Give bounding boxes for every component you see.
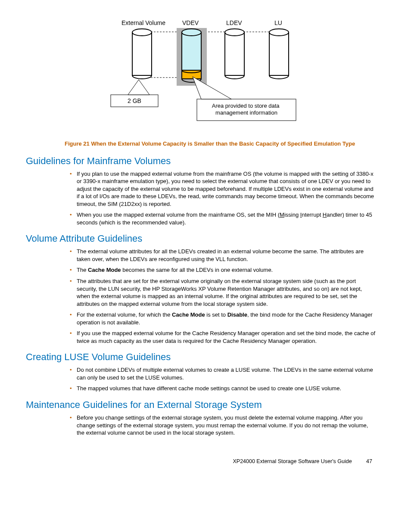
page-footer: XP24000 External Storage Software User's… xyxy=(26,458,377,464)
list-item: The mapped volumes that have different c… xyxy=(77,385,377,392)
list-mainframe-guidelines: If you plan to use the mapped external v… xyxy=(26,170,377,227)
label-external-volume: External Volume xyxy=(121,19,165,26)
svg-rect-5 xyxy=(132,32,152,75)
svg-text:2 GB: 2 GB xyxy=(128,97,141,104)
callout-note: Area provided to store data management i… xyxy=(193,77,296,121)
list-item: Do not combine LDEVs of multiple externa… xyxy=(77,366,377,381)
cylinder-ldev xyxy=(225,29,244,79)
list-item: The Cache Mode becomes the same for all … xyxy=(77,266,377,274)
svg-rect-10 xyxy=(225,32,244,75)
list-maintenance-guidelines: Before you change settings of the extern… xyxy=(26,414,377,437)
label-ldev: LDEV xyxy=(226,19,242,26)
list-item: If you use the mapped external volume fo… xyxy=(77,330,377,345)
list-item: When you use the mapped external volume … xyxy=(77,211,377,226)
cylinder-lu xyxy=(269,29,289,79)
svg-point-9 xyxy=(182,29,201,36)
footer-doc-title: XP24000 External Storage Software User's… xyxy=(233,458,352,464)
svg-text:Area provided to store data
  : Area provided to store data management i… xyxy=(212,103,281,116)
footer-page-number: 47 xyxy=(366,458,372,464)
svg-point-13 xyxy=(269,29,289,36)
figure-21-diagram: External Volume VDEV LDEV LU xyxy=(26,17,377,135)
heading-mainframe-guidelines: Guidelines for Mainframe Volumes xyxy=(26,156,377,167)
list-item: The external volume attributes for all t… xyxy=(77,248,377,263)
list-item: If you plan to use the mapped external v… xyxy=(77,170,377,208)
list-item: For the external volume, for which the C… xyxy=(77,311,377,326)
cylinder-external-volume xyxy=(132,29,152,79)
svg-marker-19 xyxy=(193,77,231,99)
svg-point-11 xyxy=(225,29,244,36)
heading-maintenance-guidelines: Maintenance Guidelines for an External S… xyxy=(26,399,377,411)
figure-caption: Figure 21 When the External Volume Capac… xyxy=(65,140,377,148)
callout-2gb: 2 GB xyxy=(111,80,158,107)
list-item: Before you change settings of the extern… xyxy=(77,414,377,437)
svg-marker-15 xyxy=(128,80,149,95)
svg-rect-7 xyxy=(182,32,201,73)
svg-rect-8 xyxy=(182,70,201,79)
list-item: The attributes that are set for the exte… xyxy=(77,277,377,308)
cylinder-vdev xyxy=(182,29,201,82)
list-luse-guidelines: Do not combine LDEVs of multiple externa… xyxy=(26,366,377,392)
svg-point-6 xyxy=(132,29,152,36)
label-lu: LU xyxy=(274,19,282,26)
list-volume-attribute: The external volume attributes for all t… xyxy=(26,248,377,345)
svg-rect-12 xyxy=(269,32,289,75)
heading-volume-attribute: Volume Attribute Guidelines xyxy=(26,233,377,244)
label-vdev: VDEV xyxy=(182,19,199,26)
heading-luse-guidelines: Creating LUSE Volume Guidelines xyxy=(26,352,377,363)
